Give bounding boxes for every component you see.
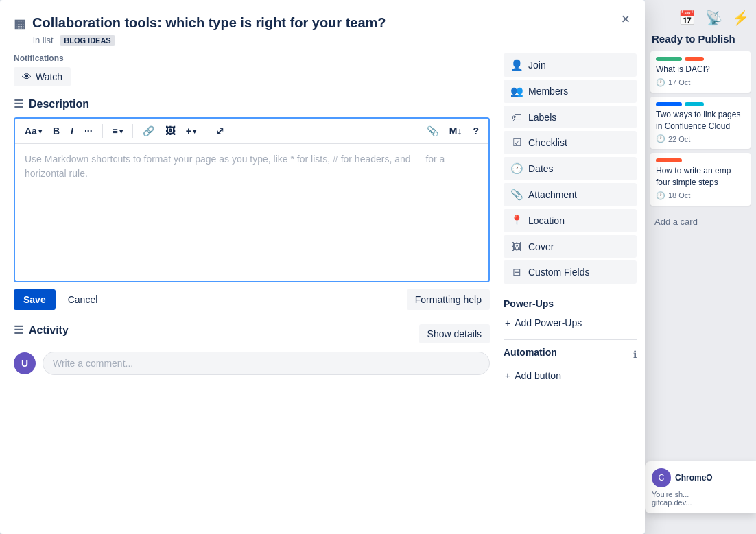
user-avatar: U bbox=[14, 352, 36, 374]
join-icon: 👤 bbox=[510, 59, 523, 71]
labels-button[interactable]: 🏷 Labels bbox=[504, 106, 637, 128]
clock-icon: 🕐 bbox=[656, 78, 665, 87]
checklist-button[interactable]: ☑ Checklist bbox=[504, 131, 637, 154]
more-btn[interactable]: ··· bbox=[80, 123, 97, 139]
tag-red bbox=[685, 57, 704, 61]
add-power-ups-button[interactable]: + Add Power-Ups bbox=[504, 313, 637, 332]
notifications-label: Notifications bbox=[14, 53, 490, 63]
lightning-icon[interactable]: ⚡ bbox=[732, 10, 749, 26]
modal-header: ▦ Collaboration tools: which type is rig… bbox=[0, 0, 645, 45]
modal-title: ▦ Collaboration tools: which type is rig… bbox=[14, 14, 604, 32]
chevron-down-icon2: ▾ bbox=[119, 128, 123, 135]
chevron-down-icon3: ▾ bbox=[193, 128, 196, 135]
calendar-icon[interactable]: 📅 bbox=[678, 10, 696, 26]
attachment-icon: 📎 bbox=[510, 189, 523, 201]
show-details-button[interactable]: Show details bbox=[419, 324, 490, 343]
activity-section: ☰ Activity Show details U Write a commen… bbox=[14, 324, 490, 375]
description-section: ☰ Description Aa ▾ B I ··· ≡ bbox=[14, 97, 490, 310]
location-button[interactable]: 📍 Location bbox=[504, 209, 637, 232]
add-card-button[interactable]: Add a card bbox=[650, 213, 751, 231]
modal-subtitle: in list BLOG IDEAS bbox=[33, 35, 604, 45]
editor-toolbar: Aa ▾ B I ··· ≡ ▾ 🔗 🖼 bbox=[15, 119, 488, 144]
link-btn[interactable]: 🔗 bbox=[139, 123, 158, 139]
card-tags bbox=[656, 57, 745, 61]
modal-title-area: ▦ Collaboration tools: which type is rig… bbox=[14, 14, 631, 45]
help-btn[interactable]: ? bbox=[469, 123, 483, 139]
notifications-section: Notifications 👁 Watch bbox=[14, 53, 490, 86]
list-badge: BLOG IDEAS bbox=[60, 35, 115, 46]
list-btn[interactable]: ≡ ▾ bbox=[108, 123, 127, 139]
join-button[interactable]: 👤 Join bbox=[504, 53, 637, 77]
add-button-button[interactable]: + Add button bbox=[504, 366, 637, 385]
dates-icon: 🕐 bbox=[510, 162, 523, 175]
cover-button[interactable]: 🖼 Cover bbox=[504, 235, 637, 258]
activity-icon: ☰ bbox=[14, 324, 23, 337]
activity-header: ☰ Activity Show details bbox=[14, 324, 490, 343]
list-item[interactable]: What is DACI? 🕐 17 Oct bbox=[650, 51, 751, 93]
activity-title: ☰ Activity bbox=[14, 324, 69, 337]
attachment-button[interactable]: 📎 Attachment bbox=[504, 183, 637, 206]
comment-area: U Write a comment... bbox=[14, 352, 490, 375]
members-icon: 👥 bbox=[510, 85, 523, 97]
italic-btn[interactable]: I bbox=[67, 123, 78, 139]
tag-green bbox=[656, 57, 682, 61]
plus-icon: + bbox=[505, 317, 510, 328]
power-ups-label: Power-Ups bbox=[504, 298, 637, 309]
editor-actions: Save Cancel Formatting help bbox=[14, 282, 490, 310]
cancel-button[interactable]: Cancel bbox=[61, 289, 105, 310]
notif-body: You're sh... gifcap.dev... bbox=[652, 490, 749, 507]
chevron-down-icon: ▾ bbox=[38, 128, 42, 135]
location-icon: 📍 bbox=[510, 215, 523, 227]
toolbar-separator3 bbox=[206, 124, 206, 138]
description-title: ☰ Description bbox=[14, 97, 490, 110]
tag-red bbox=[656, 158, 682, 162]
cover-icon: 🖼 bbox=[510, 241, 523, 252]
tag-blue bbox=[656, 102, 682, 106]
card-board-icon: ▦ bbox=[14, 16, 25, 32]
plus-btn[interactable]: + ▾ bbox=[182, 123, 200, 139]
toolbar-separator bbox=[102, 124, 103, 138]
editor-content[interactable]: Use Markdown shortcuts to format your pa… bbox=[15, 144, 488, 281]
comment-input[interactable]: Write a comment... bbox=[43, 352, 490, 375]
custom-fields-button[interactable]: ⊟ Custom Fields bbox=[504, 260, 637, 284]
list-icon: ≡ bbox=[113, 125, 118, 136]
modal-body: Notifications 👁 Watch ☰ Description Aa bbox=[0, 45, 645, 534]
list-item[interactable]: How to write an emp four simple steps 🕐 … bbox=[650, 153, 751, 206]
card-date: 17 Oct bbox=[668, 78, 690, 86]
card-title: Two ways to link pages in Confluence Clo… bbox=[656, 109, 745, 132]
editor-wrapper: Aa ▾ B I ··· ≡ ▾ 🔗 🖼 bbox=[14, 117, 490, 282]
info-icon[interactable]: ℹ bbox=[633, 349, 637, 360]
modal-sidebar: 👤 Join 👥 Members 🏷 Labels ☑ Checklist 🕐 … bbox=[501, 53, 645, 534]
close-button[interactable]: × bbox=[615, 8, 637, 30]
expand-btn[interactable]: ⤢ bbox=[212, 123, 228, 139]
card-title: What is DACI? bbox=[656, 64, 745, 75]
custom-fields-icon: ⊟ bbox=[510, 266, 523, 278]
modal-main: Notifications 👁 Watch ☰ Description Aa bbox=[0, 53, 501, 534]
dates-button[interactable]: 🕐 Dates bbox=[504, 157, 637, 180]
notif-app-name: ChromeO bbox=[675, 473, 713, 483]
automation-header: Automation ℹ bbox=[504, 347, 637, 362]
bold-btn[interactable]: B bbox=[49, 123, 64, 139]
formatting-help-button[interactable]: Formatting help bbox=[407, 289, 490, 310]
clock-icon: 🕐 bbox=[656, 191, 665, 200]
attach-btn[interactable]: 📎 bbox=[423, 123, 442, 139]
automation-label: Automation bbox=[504, 347, 557, 358]
notification-popup: C ChromeO You're sh... gifcap.dev... bbox=[645, 461, 756, 513]
font-btn[interactable]: Aa ▾ bbox=[21, 123, 46, 139]
watch-button[interactable]: 👁 Watch bbox=[14, 67, 71, 86]
share-icon[interactable]: 📡 bbox=[705, 10, 722, 26]
clock-icon: 🕐 bbox=[656, 134, 665, 143]
lines-icon: ☰ bbox=[14, 97, 23, 110]
markdown-btn[interactable]: M↓ bbox=[445, 123, 466, 139]
notif-avatar: C bbox=[652, 468, 671, 487]
checklist-icon: ☑ bbox=[510, 136, 523, 149]
save-button[interactable]: Save bbox=[14, 289, 56, 310]
right-panel-header: 📅 📡 ⚡ bbox=[645, 0, 756, 33]
card-tags bbox=[656, 158, 745, 162]
card-tags bbox=[656, 102, 745, 106]
card-meta: 🕐 22 Oct bbox=[656, 134, 745, 143]
members-button[interactable]: 👥 Members bbox=[504, 80, 637, 103]
list-item[interactable]: Two ways to link pages in Confluence Clo… bbox=[650, 97, 751, 149]
image-btn[interactable]: 🖼 bbox=[161, 123, 179, 139]
card-date: 22 Oct bbox=[668, 135, 690, 143]
